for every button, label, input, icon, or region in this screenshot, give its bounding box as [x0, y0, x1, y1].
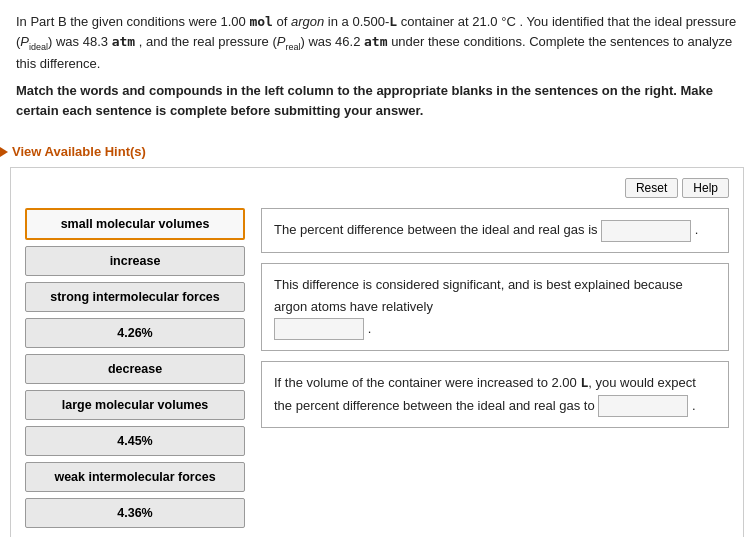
sentence-1-period: . [695, 222, 699, 237]
left-column: small molecular volumesincreasestrong in… [25, 208, 245, 528]
sentence-box-1: The percent difference between the ideal… [261, 208, 729, 253]
intro-section: In Part B the given conditions were 1.00… [0, 0, 754, 138]
sentence-1-text-before: The percent difference between the ideal… [274, 222, 598, 237]
right-column: The percent difference between the ideal… [261, 208, 729, 428]
sentence-2-text-before: This difference is considered significan… [274, 277, 683, 314]
word-btn-increase[interactable]: increase [25, 246, 245, 276]
word-btn-4.45-percent[interactable]: 4.45% [25, 426, 245, 456]
word-btn-weak-intermolecular-forces[interactable]: weak intermolecular forces [25, 462, 245, 492]
hint-row[interactable]: View Available Hint(s) [0, 144, 754, 159]
hint-label[interactable]: View Available Hint(s) [12, 144, 146, 159]
word-btn-decrease[interactable]: decrease [25, 354, 245, 384]
sentence-box-2: This difference is considered significan… [261, 263, 729, 352]
word-btn-strong-intermolecular-forces[interactable]: strong intermolecular forces [25, 282, 245, 312]
word-btn-4.36-percent[interactable]: 4.36% [25, 498, 245, 528]
blank-input-2[interactable] [274, 318, 364, 340]
hint-triangle-icon [0, 147, 8, 157]
blank-input-1[interactable] [601, 220, 691, 242]
top-buttons: Reset Help [25, 178, 729, 198]
word-btn-large-molecular-volumes[interactable]: large molecular volumes [25, 390, 245, 420]
sentence-2-period: . [368, 321, 372, 336]
instruction-text: Match the words and compounds in the lef… [16, 81, 738, 120]
blank-input-3[interactable] [598, 395, 688, 417]
help-button[interactable]: Help [682, 178, 729, 198]
columns-container: small molecular volumesincreasestrong in… [25, 208, 729, 528]
word-btn-4.26-percent[interactable]: 4.26% [25, 318, 245, 348]
reset-button[interactable]: Reset [625, 178, 678, 198]
sentence-3-period: . [692, 398, 696, 413]
main-panel: Reset Help small molecular volumesincrea… [10, 167, 744, 537]
sentence-box-3: If the volume of the container were incr… [261, 361, 729, 428]
intro-text: In Part B the given conditions were 1.00… [16, 12, 738, 73]
word-btn-small-molecular-volumes[interactable]: small molecular volumes [25, 208, 245, 240]
